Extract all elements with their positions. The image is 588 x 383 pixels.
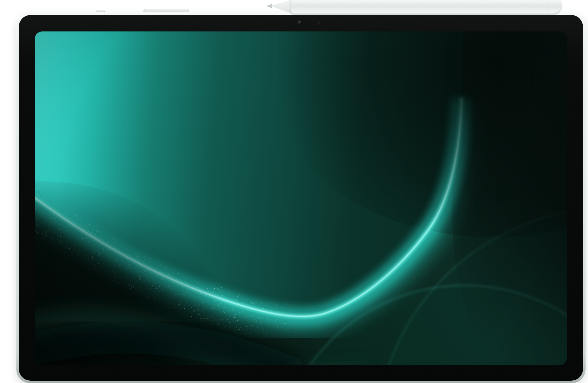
screen-wallpaper xyxy=(35,31,567,365)
bezel xyxy=(19,15,583,381)
wallpaper-graphic xyxy=(35,31,567,365)
stylus-body xyxy=(290,0,562,14)
stylus-cap-seam xyxy=(549,0,549,14)
stylus-cone xyxy=(270,0,292,14)
ambient-sensor-icon xyxy=(318,21,320,24)
tablet-device xyxy=(16,12,586,383)
front-camera-icon xyxy=(298,21,302,25)
product-photo-scene xyxy=(0,0,588,383)
